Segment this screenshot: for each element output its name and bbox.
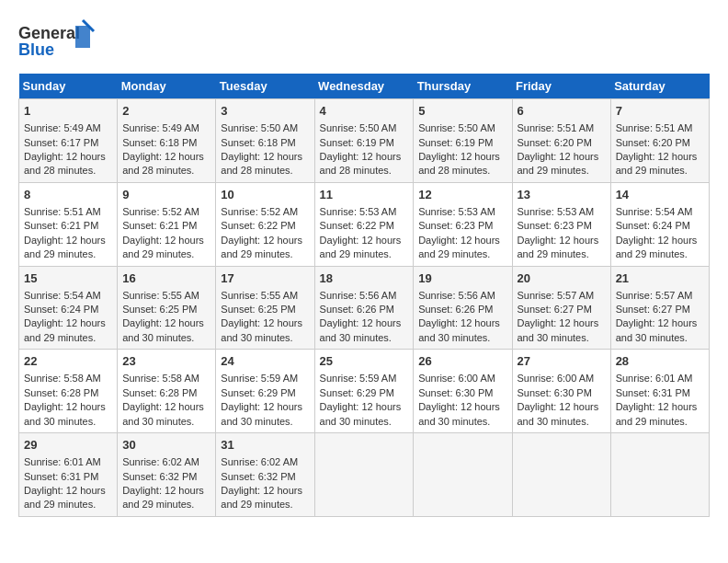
daylight-text: Daylight: 12 hours and 29 minutes. [518, 235, 599, 259]
day-number: 7 [616, 103, 704, 120]
sunrise-text: Sunrise: 5:59 AM [320, 373, 397, 384]
sunrise-text: Sunrise: 6:02 AM [221, 456, 298, 467]
day-cell: 13Sunrise: 5:53 AMSunset: 6:23 PMDayligh… [512, 182, 610, 266]
header: General Blue [18, 18, 710, 64]
daylight-text: Daylight: 12 hours and 30 minutes. [616, 317, 698, 342]
day-number: 30 [122, 437, 210, 454]
day-cell: 16Sunrise: 5:55 AMSunset: 6:25 PMDayligh… [118, 266, 216, 350]
day-number: 28 [616, 353, 704, 370]
day-number: 2 [122, 103, 210, 120]
day-cell: 31Sunrise: 6:02 AMSunset: 6:32 PMDayligh… [216, 433, 314, 517]
sunset-text: Sunset: 6:22 PM [320, 220, 394, 231]
sunrise-text: Sunrise: 5:55 AM [122, 290, 199, 301]
day-number: 10 [221, 187, 309, 203]
sunset-text: Sunset: 6:28 PM [24, 387, 98, 398]
sunset-text: Sunset: 6:27 PM [616, 304, 690, 315]
sunrise-text: Sunrise: 6:00 AM [418, 373, 495, 384]
sunrise-text: Sunrise: 5:53 AM [418, 206, 495, 217]
sunset-text: Sunset: 6:21 PM [24, 220, 98, 231]
daylight-text: Daylight: 12 hours and 30 minutes. [320, 317, 402, 342]
daylight-text: Daylight: 12 hours and 30 minutes. [122, 401, 204, 426]
day-cell: 27Sunrise: 6:00 AMSunset: 6:30 PMDayligh… [512, 350, 610, 433]
sunset-text: Sunset: 6:20 PM [518, 137, 592, 148]
daylight-text: Daylight: 12 hours and 29 minutes. [221, 235, 302, 259]
day-cell [314, 433, 414, 517]
day-cell: 7Sunrise: 5:51 AMSunset: 6:20 PMDaylight… [610, 99, 709, 183]
day-number: 11 [320, 187, 409, 203]
col-header-tuesday: Tuesday [216, 74, 314, 99]
day-number: 12 [418, 187, 506, 203]
day-number: 26 [418, 353, 506, 370]
daylight-text: Daylight: 12 hours and 29 minutes. [418, 235, 500, 259]
week-row-5: 29Sunrise: 6:01 AMSunset: 6:31 PMDayligh… [19, 433, 710, 517]
day-number: 29 [24, 437, 112, 454]
day-cell: 28Sunrise: 6:01 AMSunset: 6:31 PMDayligh… [610, 350, 709, 433]
day-number: 4 [320, 103, 409, 120]
sunset-text: Sunset: 6:20 PM [616, 137, 690, 148]
sunrise-text: Sunrise: 5:54 AM [24, 290, 101, 301]
daylight-text: Daylight: 12 hours and 28 minutes. [418, 151, 500, 176]
day-number: 9 [122, 187, 210, 203]
sunset-text: Sunset: 6:31 PM [616, 387, 690, 398]
day-number: 25 [320, 353, 409, 370]
daylight-text: Daylight: 12 hours and 30 minutes. [418, 317, 500, 342]
daylight-text: Daylight: 12 hours and 29 minutes. [616, 401, 698, 426]
daylight-text: Daylight: 12 hours and 29 minutes. [122, 485, 204, 510]
daylight-text: Daylight: 12 hours and 30 minutes. [320, 401, 402, 426]
day-cell: 20Sunrise: 5:57 AMSunset: 6:27 PMDayligh… [512, 266, 610, 350]
logo: General Blue [18, 18, 101, 64]
sunset-text: Sunset: 6:25 PM [122, 304, 197, 315]
sunset-text: Sunset: 6:24 PM [24, 304, 98, 315]
sunset-text: Sunset: 6:19 PM [418, 137, 493, 148]
col-header-sunday: Sunday [19, 74, 118, 99]
sunrise-text: Sunrise: 5:56 AM [418, 290, 495, 301]
sunrise-text: Sunrise: 6:02 AM [122, 456, 199, 467]
week-row-4: 22Sunrise: 5:58 AMSunset: 6:28 PMDayligh… [19, 350, 710, 433]
sunset-text: Sunset: 6:17 PM [24, 137, 98, 148]
svg-text:General: General [18, 24, 80, 42]
day-number: 24 [221, 353, 309, 370]
col-header-saturday: Saturday [610, 74, 709, 99]
sunrise-text: Sunrise: 5:51 AM [518, 122, 595, 133]
day-cell: 15Sunrise: 5:54 AMSunset: 6:24 PMDayligh… [19, 266, 118, 350]
sunset-text: Sunset: 6:30 PM [518, 387, 592, 398]
sunset-text: Sunset: 6:19 PM [320, 137, 394, 148]
sunset-text: Sunset: 6:29 PM [221, 387, 295, 398]
sunset-text: Sunset: 6:18 PM [221, 137, 295, 148]
sunrise-text: Sunrise: 5:50 AM [221, 122, 298, 133]
daylight-text: Daylight: 12 hours and 29 minutes. [616, 235, 698, 259]
sunrise-text: Sunrise: 5:51 AM [24, 206, 101, 217]
daylight-text: Daylight: 12 hours and 30 minutes. [122, 317, 204, 342]
col-header-thursday: Thursday [414, 74, 512, 99]
day-number: 5 [418, 103, 506, 120]
day-cell: 29Sunrise: 6:01 AMSunset: 6:31 PMDayligh… [19, 433, 118, 517]
sunset-text: Sunset: 6:23 PM [418, 220, 493, 231]
day-cell [512, 433, 610, 517]
svg-text:Blue: Blue [18, 40, 54, 59]
day-cell: 17Sunrise: 5:55 AMSunset: 6:25 PMDayligh… [216, 266, 314, 350]
sunset-text: Sunset: 6:21 PM [122, 220, 197, 231]
week-row-1: 1Sunrise: 5:49 AMSunset: 6:17 PMDaylight… [19, 99, 710, 183]
sunrise-text: Sunrise: 5:55 AM [221, 290, 298, 301]
sunset-text: Sunset: 6:29 PM [320, 387, 394, 398]
sunrise-text: Sunrise: 5:50 AM [418, 122, 495, 133]
day-cell: 25Sunrise: 5:59 AMSunset: 6:29 PMDayligh… [314, 350, 414, 433]
sunset-text: Sunset: 6:30 PM [418, 387, 493, 398]
daylight-text: Daylight: 12 hours and 30 minutes. [24, 401, 106, 426]
day-cell: 6Sunrise: 5:51 AMSunset: 6:20 PMDaylight… [512, 99, 610, 183]
sunrise-text: Sunrise: 5:52 AM [221, 206, 298, 217]
col-header-monday: Monday [118, 74, 216, 99]
day-cell: 19Sunrise: 5:56 AMSunset: 6:26 PMDayligh… [414, 266, 512, 350]
day-cell: 24Sunrise: 5:59 AMSunset: 6:29 PMDayligh… [216, 350, 314, 433]
day-number: 17 [221, 270, 309, 287]
sunrise-text: Sunrise: 5:57 AM [518, 290, 595, 301]
daylight-text: Daylight: 12 hours and 29 minutes. [122, 235, 204, 259]
sunrise-text: Sunrise: 5:57 AM [616, 290, 693, 301]
sunset-text: Sunset: 6:25 PM [221, 304, 295, 315]
sunrise-text: Sunrise: 5:56 AM [320, 290, 397, 301]
daylight-text: Daylight: 12 hours and 29 minutes. [24, 317, 106, 342]
sunset-text: Sunset: 6:18 PM [122, 137, 197, 148]
daylight-text: Daylight: 12 hours and 30 minutes. [518, 401, 599, 426]
day-number: 3 [221, 103, 309, 120]
day-cell: 1Sunrise: 5:49 AMSunset: 6:17 PMDaylight… [19, 99, 118, 183]
